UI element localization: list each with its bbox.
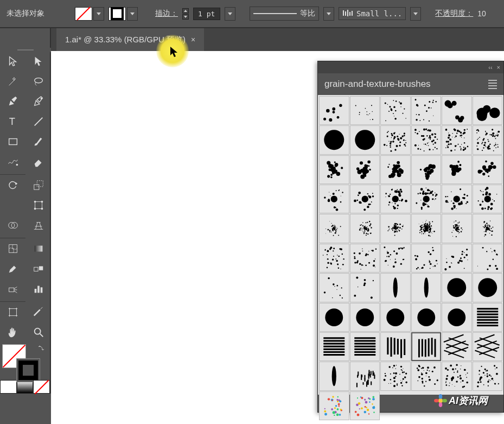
hand-tool[interactable]	[0, 322, 25, 342]
brush-dash-2[interactable]	[350, 273, 380, 302]
panel-close-icon[interactable]: ×	[497, 64, 500, 71]
brush-dropdown[interactable]	[410, 7, 421, 21]
brush-ticks-1[interactable]	[350, 362, 380, 390]
brush-grain-1[interactable]	[319, 244, 349, 273]
artboard-tool[interactable]	[0, 302, 25, 322]
blend-tool[interactable]	[25, 258, 51, 279]
brush-spray-1[interactable]	[319, 214, 349, 243]
brush-blob-big-1[interactable]	[319, 125, 349, 154]
color-mode-none[interactable]	[33, 380, 50, 394]
brush-circle-6[interactable]	[411, 303, 442, 332]
stroke-label[interactable]: 描边：	[155, 9, 178, 18]
stroke-indicator[interactable]	[16, 358, 40, 382]
stroke-swatch[interactable]	[109, 7, 126, 21]
brush-grain-3[interactable]	[380, 244, 411, 273]
brush-splat-1[interactable]	[319, 155, 349, 184]
stroke-weight-input[interactable]: 1 pt	[193, 8, 220, 20]
brush-grain-6[interactable]	[473, 244, 503, 273]
brush-speckle-3[interactable]	[442, 125, 472, 154]
lasso-tool[interactable]	[25, 71, 51, 91]
brush-splat-4[interactable]	[411, 155, 442, 184]
brush-circle-5[interactable]	[380, 303, 411, 332]
document-tab[interactable]: 1.ai* @ 33.33% (RGB/GPU 预览) ×	[56, 28, 204, 51]
brush-circle-7[interactable]	[442, 303, 472, 332]
gradient-tool[interactable]	[25, 238, 51, 258]
brush-burst-2[interactable]	[411, 185, 442, 213]
brush-speckle-2[interactable]	[411, 125, 442, 154]
brush-star-2[interactable]	[350, 185, 380, 213]
brush-spray-2[interactable]	[350, 214, 380, 243]
brush-weave-1[interactable]	[442, 332, 472, 361]
brush-burst-3[interactable]	[442, 185, 472, 213]
brush-noise-1[interactable]	[380, 362, 411, 390]
brush-circle-4[interactable]	[350, 303, 380, 332]
brush-stripes-3[interactable]	[350, 332, 380, 361]
brush-stripes-1[interactable]	[473, 303, 503, 332]
brush-burst-1[interactable]	[380, 185, 411, 213]
mesh-tool[interactable]	[0, 238, 25, 258]
brush-grain-5[interactable]	[442, 244, 472, 273]
scale-tool[interactable]	[25, 175, 51, 195]
fill-swatch[interactable]	[75, 7, 92, 21]
brush-spray-dense[interactable]	[411, 214, 442, 243]
brush-smear-1[interactable]	[319, 362, 349, 390]
brush-grain-4[interactable]	[411, 244, 442, 273]
type-tool[interactable]: T	[0, 111, 25, 131]
panel-collapse-icon[interactable]: ‹‹	[488, 64, 492, 71]
brush-grain-2[interactable]	[350, 244, 380, 273]
brush-dots-fine-2[interactable]	[411, 96, 442, 125]
brush-blob-big-2[interactable]	[350, 125, 380, 154]
fill-dropdown[interactable]	[93, 7, 104, 21]
brush-burst-4[interactable]	[473, 185, 503, 213]
eraser-tool[interactable]	[25, 151, 51, 172]
brush-star-1[interactable]	[319, 185, 349, 213]
rotate-tool[interactable]	[0, 175, 25, 195]
stroke-weight-dropdown[interactable]	[225, 7, 235, 21]
stroke-dropdown[interactable]	[127, 7, 138, 21]
brush-noise-2[interactable]	[411, 362, 442, 390]
pen-tool[interactable]	[0, 91, 25, 111]
shape-builder-tool[interactable]	[0, 215, 25, 235]
brush-spray-3[interactable]	[380, 214, 411, 243]
brush-weave-2[interactable]	[473, 332, 503, 361]
brush-noise-3[interactable]	[442, 362, 472, 390]
brush-noise-4[interactable]	[473, 362, 503, 390]
magic-wand-tool[interactable]	[0, 71, 25, 91]
shaper-tool[interactable]	[0, 151, 25, 172]
brush-stroke-2[interactable]	[411, 273, 442, 302]
symbol-sprayer-tool[interactable]	[0, 279, 25, 299]
tab-close-icon[interactable]: ×	[191, 35, 195, 44]
zoom-tool[interactable]	[25, 322, 51, 342]
brush-dots-medium[interactable]	[442, 96, 472, 125]
brush-spray-5[interactable]	[473, 214, 503, 243]
column-graph-tool[interactable]	[25, 279, 51, 299]
brush-dots-big[interactable]	[473, 96, 503, 125]
stroke-weight-spinner[interactable]	[182, 8, 189, 20]
brush-splat-2[interactable]	[350, 155, 380, 184]
brush-splat-3[interactable]	[380, 155, 411, 184]
brush-bars-1[interactable]	[380, 332, 411, 361]
line-tool[interactable]	[25, 111, 51, 131]
slice-tool[interactable]	[25, 302, 51, 322]
eyedropper-tool[interactable]	[0, 258, 25, 279]
brush-circle-2[interactable]	[473, 273, 503, 302]
color-mode-solid[interactable]	[0, 380, 17, 394]
curvature-tool[interactable]	[25, 91, 51, 111]
width-tool[interactable]	[0, 195, 25, 215]
brush-spray-4[interactable]	[442, 214, 472, 243]
brush-splat-5[interactable]	[442, 155, 472, 184]
brush-stroke-1[interactable]	[380, 273, 411, 302]
brush-bars-2[interactable]	[411, 332, 442, 361]
brush-speckle-4[interactable]	[473, 125, 503, 154]
direct-selection-tool[interactable]	[25, 51, 51, 71]
profile-dropdown[interactable]	[323, 7, 334, 21]
brush-dots-fine[interactable]	[380, 96, 411, 125]
brush-color-2[interactable]	[350, 391, 380, 420]
brush-circle-3[interactable]	[319, 303, 349, 332]
brush-dash-1[interactable]	[319, 273, 349, 302]
selection-tool[interactable]	[0, 51, 25, 71]
swap-fill-stroke-icon[interactable]	[38, 344, 46, 352]
opacity-label[interactable]: 不透明度：	[435, 9, 473, 18]
brush-color-1[interactable]	[319, 391, 349, 420]
perspective-grid-tool[interactable]	[25, 215, 51, 235]
